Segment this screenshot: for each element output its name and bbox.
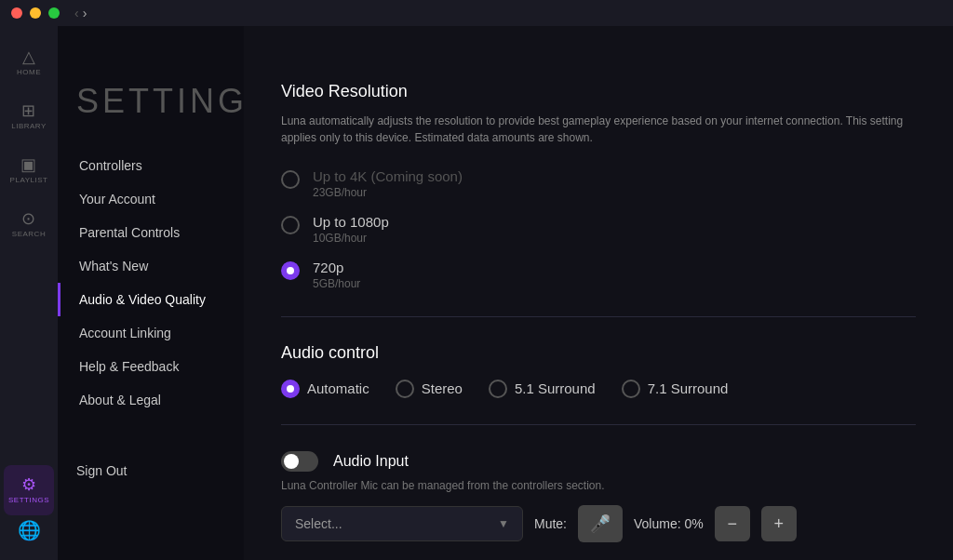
nav-item-parental-controls[interactable]: Parental Controls (58, 216, 244, 249)
audio-input-label: Audio Input (333, 453, 409, 470)
app-body: △ Home ⊞ Library ▣ Playlist ⊙ Search ⚙ S… (0, 26, 953, 560)
audio-radio-circle-surround71 (622, 380, 640, 398)
toggle-knob (284, 454, 299, 469)
minimize-button[interactable] (30, 7, 41, 19)
audio-input-note: Luna Controller Mic can be managed from … (281, 479, 916, 492)
select-arrow-icon: ▼ (498, 517, 509, 530)
radio-label-720p: 720p (313, 260, 360, 275)
select-placeholder: Select... (295, 516, 342, 531)
sidebar-label-playlist: Playlist (10, 176, 48, 184)
nav-menu: SETTINGS Controllers Your Account Parent… (58, 26, 244, 560)
video-resolution-title: Video Resolution (281, 82, 916, 101)
audio-control-title: Audio control (281, 343, 916, 363)
nav-arrows: ‹ › (74, 6, 87, 20)
radio-option-1080p[interactable]: Up to 1080p 10GB/hour (281, 214, 916, 245)
video-resolution-options: Up to 4K (Coming soon) 23GB/hour Up to 1… (281, 168, 916, 290)
divider-1 (281, 316, 916, 317)
nav-item-about-legal[interactable]: About & Legal (58, 383, 244, 417)
radio-option-720p[interactable]: 720p 5GB/hour (281, 260, 916, 290)
audio-radio-label-surround71: 7.1 Surround (648, 380, 729, 396)
nav-item-audio-video[interactable]: Audio & Video Quality (58, 283, 244, 316)
sidebar-item-playlist[interactable]: ▣ Playlist (4, 145, 54, 195)
divider-2 (281, 424, 916, 425)
sidebar: △ Home ⊞ Library ▣ Playlist ⊙ Search ⚙ S… (0, 26, 58, 560)
main-area: SETTINGS Controllers Your Account Parent… (58, 26, 953, 560)
audio-option-stereo[interactable]: Stereo (396, 378, 463, 398)
minus-icon: − (727, 514, 737, 534)
maximize-button[interactable] (48, 7, 60, 19)
forward-arrow[interactable]: › (83, 6, 87, 20)
audio-input-toggle[interactable] (281, 451, 318, 472)
radio-label-1080p: Up to 1080p (313, 214, 389, 230)
radio-option-4k[interactable]: Up to 4K (Coming soon) 23GB/hour (281, 168, 916, 199)
content-area: Video Resolution Luna automatically adju… (244, 26, 953, 560)
audio-radio-circle-automatic (281, 380, 300, 398)
audio-radio-circle-stereo (396, 380, 414, 398)
microphone-icon: 🎤 (590, 513, 611, 534)
nav-item-help-feedback[interactable]: Help & Feedback (58, 350, 244, 383)
volume-down-button[interactable]: − (715, 506, 750, 541)
plus-icon: + (773, 514, 784, 534)
audio-radio-label-surround51: 5.1 Surround (515, 380, 596, 396)
volume-label: Volume: 0% (634, 516, 704, 531)
playlist-icon: ▣ (20, 156, 37, 173)
sidebar-item-search[interactable]: ⊙ Search (4, 199, 54, 249)
radio-circle-1080p (281, 216, 300, 234)
nav-item-whats-new[interactable]: What's New (58, 249, 244, 283)
audio-option-surround51[interactable]: 5.1 Surround (489, 378, 596, 398)
audio-radio-circle-surround51 (489, 380, 507, 398)
radio-label-4k: Up to 4K (Coming soon) (313, 168, 463, 184)
sidebar-item-settings[interactable]: ⚙ Settings (4, 465, 54, 515)
sidebar-label-settings: Settings (8, 496, 49, 504)
search-icon: ⊙ (21, 210, 36, 227)
radio-text-4k: Up to 4K (Coming soon) 23GB/hour (313, 168, 463, 199)
close-button[interactable] (11, 7, 22, 19)
video-resolution-desc: Luna automatically adjusts the resolutio… (281, 113, 914, 146)
mute-button[interactable]: 🎤 (578, 505, 623, 542)
radio-circle-4k (281, 170, 300, 189)
audio-input-toggle-row: Audio Input (281, 451, 916, 472)
sidebar-item-library[interactable]: ⊞ Library (4, 91, 54, 141)
nav-item-your-account[interactable]: Your Account (58, 182, 244, 216)
settings-icon: ⚙ (21, 476, 37, 493)
radio-sublabel-4k: 23GB/hour (313, 186, 463, 199)
back-arrow[interactable]: ‹ (74, 6, 79, 20)
audio-radio-label-automatic: Automatic (307, 380, 369, 396)
globe-icon[interactable]: 🌐 (18, 520, 41, 540)
audio-controls-row: Select... ▼ Mute: 🎤 Volume: 0% − + (281, 505, 916, 542)
radio-text-720p: 720p 5GB/hour (313, 260, 360, 290)
home-icon: △ (22, 48, 36, 65)
audio-option-surround71[interactable]: 7.1 Surround (622, 378, 729, 398)
library-icon: ⊞ (21, 102, 36, 119)
sidebar-label-home: Home (17, 68, 41, 76)
audio-option-automatic[interactable]: Automatic (281, 378, 369, 398)
audio-radio-label-stereo: Stereo (422, 380, 463, 396)
radio-sublabel-1080p: 10GB/hour (313, 232, 389, 245)
radio-sublabel-720p: 5GB/hour (313, 277, 360, 290)
sidebar-bottom: 🌐 (18, 519, 41, 549)
sidebar-label-search: Search (12, 230, 46, 238)
page-title: SETTINGS (58, 82, 244, 149)
sidebar-item-home[interactable]: △ Home (4, 37, 54, 87)
audio-radio-group: Automatic Stereo 5.1 Surround 7.1 Surrou… (281, 378, 916, 398)
titlebar: ‹ › (0, 0, 953, 26)
nav-item-account-linking[interactable]: Account Linking (58, 316, 244, 350)
sign-out-button[interactable]: Sign Out (58, 454, 244, 487)
radio-circle-720p (281, 261, 300, 280)
radio-text-1080p: Up to 1080p 10GB/hour (313, 214, 389, 245)
sidebar-label-library: Library (11, 122, 47, 130)
volume-up-button[interactable]: + (761, 506, 797, 541)
mute-label: Mute: (534, 516, 567, 531)
nav-item-controllers[interactable]: Controllers (58, 149, 244, 182)
audio-input-select[interactable]: Select... ▼ (281, 506, 523, 541)
